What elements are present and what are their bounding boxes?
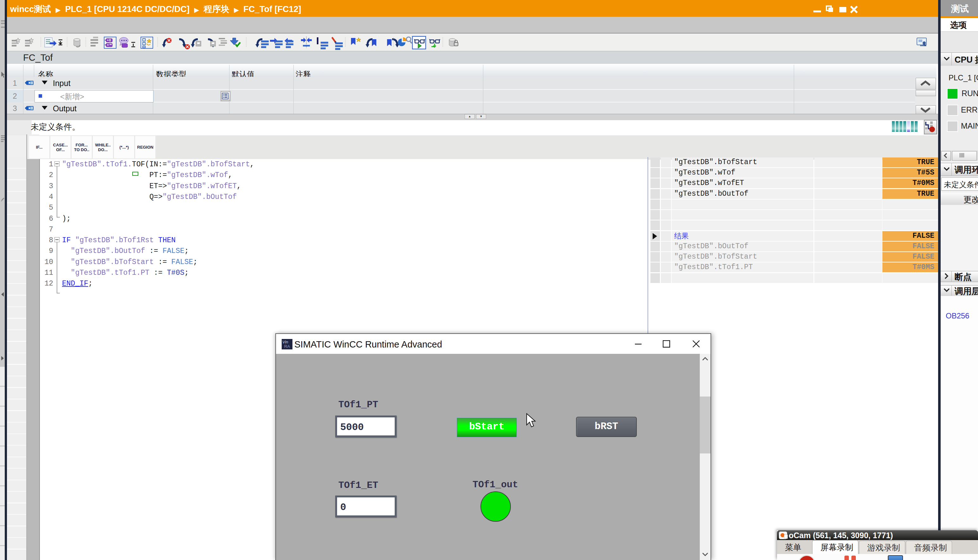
svg-text:RA: RA <box>284 344 290 349</box>
svg-text:Vin: Vin <box>283 340 288 344</box>
